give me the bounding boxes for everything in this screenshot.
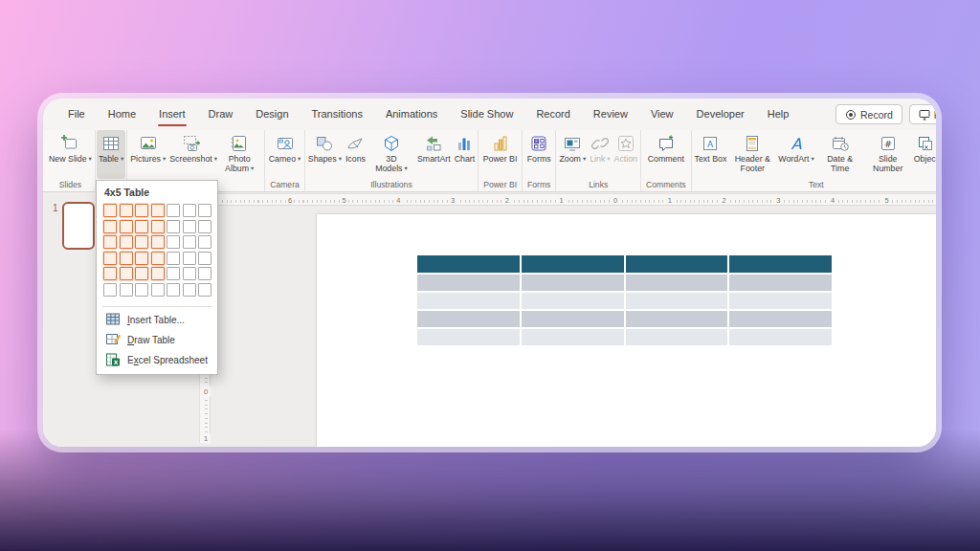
menu-tab-slide-show[interactable]: Slide Show: [449, 99, 524, 130]
slide-table-cell[interactable]: [729, 311, 832, 327]
menu-tab-file[interactable]: File: [56, 99, 97, 130]
ribbon-button-text-box[interactable]: AText Box: [693, 130, 729, 179]
slide-table[interactable]: [417, 255, 832, 347]
present-in-teams-button[interactable]: Present in: [909, 104, 936, 124]
table-size-cell[interactable]: [151, 267, 165, 280]
table-size-cell[interactable]: [120, 267, 133, 280]
slide-table-cell[interactable]: [626, 311, 728, 327]
ribbon-button-photo-album[interactable]: Photo Album▾: [215, 130, 263, 179]
ribbon-button-3d-models[interactable]: 3D Models▾: [368, 130, 415, 179]
slide-table-cell[interactable]: [417, 293, 520, 309]
table-size-cell[interactable]: [151, 204, 165, 217]
ribbon-button-shapes[interactable]: Shapes▾: [306, 130, 344, 179]
slide-table-cell[interactable]: [522, 293, 624, 309]
slide-table-header-cell[interactable]: [626, 255, 728, 273]
slide-table-cell[interactable]: [522, 311, 624, 327]
slide-table-cell[interactable]: [729, 275, 832, 291]
table-size-cell[interactable]: [183, 204, 196, 217]
menu-tab-record[interactable]: Record: [524, 99, 581, 130]
table-size-cell[interactable]: [103, 220, 117, 233]
ribbon-button-new-slide[interactable]: New Slide▾: [47, 130, 94, 179]
slide-table-cell[interactable]: [626, 275, 728, 291]
ribbon-button-date-time[interactable]: Date & Time: [816, 130, 864, 179]
slide-table-header-cell[interactable]: [417, 255, 520, 273]
slide-table-cell[interactable]: [522, 329, 624, 345]
ribbon-button-power-bi[interactable]: Power BI: [481, 130, 520, 179]
table-size-cell[interactable]: [183, 235, 196, 249]
table-size-cell[interactable]: [103, 283, 117, 297]
ribbon-button-screenshot[interactable]: Screenshot▾: [167, 130, 215, 179]
slide-table-cell[interactable]: [626, 329, 728, 345]
table-size-cell[interactable]: [135, 267, 148, 280]
menu-tab-insert[interactable]: Insert: [147, 99, 197, 130]
slide-table-cell[interactable]: [729, 329, 832, 345]
ribbon-button-chart[interactable]: Chart: [453, 130, 478, 179]
table-size-cell[interactable]: [183, 252, 196, 265]
table-size-cell[interactable]: [135, 235, 148, 249]
record-button[interactable]: Record: [835, 104, 902, 124]
table-size-cell[interactable]: [167, 252, 180, 265]
table-size-cell[interactable]: [103, 267, 117, 280]
table-size-cell[interactable]: [198, 220, 212, 233]
ribbon-button-wordart[interactable]: AWordArt▾: [776, 130, 815, 179]
menu-tab-home[interactable]: Home: [97, 99, 147, 130]
ribbon-button-object[interactable]: Object: [912, 130, 936, 179]
table-size-cell[interactable]: [198, 235, 212, 249]
menu-tab-animations[interactable]: Animations: [374, 99, 449, 130]
slide-table-cell[interactable]: [626, 293, 728, 309]
slide-table-cell[interactable]: [417, 275, 520, 291]
ribbon-button-table[interactable]: Table▾: [97, 130, 125, 179]
menu-item-excel-spreadsheet[interactable]: XExcel Spreadsheet: [97, 350, 217, 370]
table-size-cell[interactable]: [151, 220, 165, 233]
table-size-cell[interactable]: [183, 267, 196, 280]
table-size-cell[interactable]: [120, 252, 133, 265]
menu-tab-help[interactable]: Help: [756, 99, 801, 130]
slide-table-header-cell[interactable]: [729, 255, 832, 273]
slide-thumbnail[interactable]: [62, 202, 95, 250]
table-size-cell[interactable]: [120, 283, 133, 297]
table-size-cell[interactable]: [120, 235, 133, 249]
table-size-cell[interactable]: [183, 283, 196, 297]
slide-table-cell[interactable]: [522, 275, 624, 291]
slide-table-header-cell[interactable]: [522, 255, 624, 273]
slide-table-cell[interactable]: [729, 293, 832, 309]
table-size-cell[interactable]: [198, 204, 212, 217]
menu-tab-review[interactable]: Review: [582, 99, 639, 130]
table-size-cell[interactable]: [135, 252, 148, 265]
menu-tab-developer[interactable]: Developer: [685, 99, 756, 130]
table-size-cell[interactable]: [198, 252, 212, 265]
menu-tab-view[interactable]: View: [639, 99, 685, 130]
table-size-cell[interactable]: [198, 267, 212, 280]
ribbon-button-icons[interactable]: Icons: [344, 130, 368, 179]
menu-item-draw-table[interactable]: Draw Table: [97, 330, 217, 350]
table-size-cell[interactable]: [120, 220, 133, 233]
menu-tab-transitions[interactable]: Transitions: [301, 99, 374, 130]
table-size-cell[interactable]: [183, 220, 196, 233]
table-size-cell[interactable]: [103, 204, 117, 217]
ribbon-button-header-footer[interactable]: Header & Footer: [728, 130, 776, 179]
menu-tab-design[interactable]: Design: [244, 99, 300, 130]
table-size-cell[interactable]: [167, 283, 180, 297]
table-size-cell[interactable]: [120, 204, 133, 217]
ribbon-button-cameo[interactable]: Cameo▾: [267, 130, 303, 179]
table-size-cell[interactable]: [167, 267, 180, 280]
table-size-cell[interactable]: [151, 283, 165, 297]
table-size-cell[interactable]: [135, 204, 148, 217]
ribbon-button-pictures[interactable]: Pictures▾: [128, 130, 167, 179]
slide-table-cell[interactable]: [417, 329, 520, 345]
ribbon-button-link[interactable]: Link▾: [588, 130, 612, 179]
table-size-cell[interactable]: [167, 220, 180, 233]
ribbon-button-comment[interactable]: Comment: [646, 130, 686, 179]
ribbon-button-slide-number[interactable]: #Slide Number: [864, 130, 912, 179]
ribbon-button-forms[interactable]: FForms: [525, 130, 553, 179]
table-size-cell[interactable]: [198, 283, 212, 297]
ribbon-button-smartart[interactable]: SmartArt: [415, 130, 453, 179]
table-size-cell[interactable]: [151, 252, 165, 265]
menu-tab-draw[interactable]: Draw: [197, 99, 245, 130]
table-size-cell[interactable]: [151, 235, 165, 249]
menu-item-insert-table[interactable]: Insert Table...: [97, 310, 217, 330]
ribbon-button-action[interactable]: Action: [612, 130, 639, 179]
table-size-cell[interactable]: [103, 252, 117, 265]
table-size-cell[interactable]: [167, 204, 180, 217]
ribbon-button-zoom[interactable]: Zoom▾: [557, 130, 588, 179]
